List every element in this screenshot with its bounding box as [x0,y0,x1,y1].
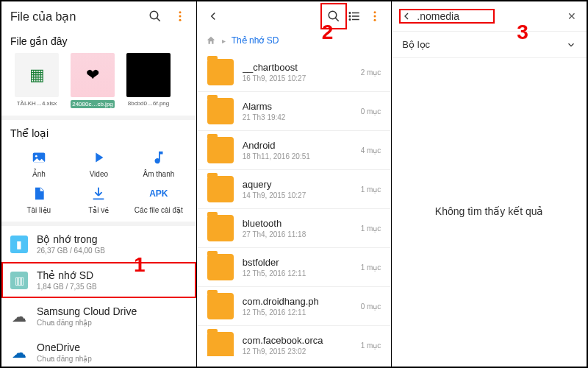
folder-row[interactable]: aquery14 Th9, 2015 10:271 mục [197,169,392,208]
folder-row[interactable]: com.droidhang.ph12 Th5, 2016 12:110 mục [197,286,392,325]
panel-search-results: .nomedia ✕ Bộ lọc Không tìm thấy kết quả… [392,1,587,367]
folder-icon [207,176,234,202]
storage-sub: Chưa đăng nhập [37,319,137,327]
folder-name: com.facebook.orca [243,335,356,346]
folder-icon [207,293,234,319]
folder-count: 2 mục [361,68,381,77]
category-label: Video [90,170,108,178]
search-icon[interactable] [148,9,162,24]
back-icon[interactable] [399,9,414,24]
storage-title: Thẻ nhớ SD [37,269,97,281]
svg-line-1 [157,18,160,21]
folder-name: Alarms [243,101,356,112]
folder-row[interactable]: Alarms21 Th3 19:420 mục [197,91,392,130]
storage-list: ▮ Bộ nhớ trong26,37 GB / 64,00 GB ▥ Thẻ … [1,226,196,367]
clear-icon[interactable]: ✕ [564,9,579,24]
category-documents[interactable]: Tài liệu [10,184,68,214]
category-label: Ảnh [32,170,46,178]
home-icon[interactable] [206,35,216,46]
folder-row[interactable]: Android18 Th11, 2016 20:514 mục [197,130,392,169]
recent-thumb[interactable]: ❤24080c…cb.jpg [66,53,119,108]
category-label: Tải về [88,206,109,214]
recent-thumb[interactable]: ▦TÀI-KH…4.xlsx [10,53,63,108]
folder-row[interactable]: __chartboost16 Th9, 2015 10:272 mục [197,53,392,91]
sdcard-icon: ▥ [10,272,28,289]
folder-count: 1 mục [361,342,381,350]
storage-sub: 26,37 GB / 64,00 GB [37,247,105,255]
folder-count: 0 mục [361,302,381,311]
category-images[interactable]: Ảnh [10,148,68,178]
folder-date: 18 Th11, 2016 20:51 [243,152,356,160]
folder-date: 27 Th4, 2016 11:18 [243,230,356,238]
folder-row[interactable]: com.facebook.orca12 Th9, 2015 23:021 mục [197,325,392,356]
search-input[interactable]: .nomedia [414,9,495,24]
folder-date: 12 Th5, 2016 12:11 [243,269,356,277]
category-label: Tài liệu [26,206,51,214]
storage-internal[interactable]: ▮ Bộ nhớ trong26,37 GB / 64,00 GB [1,226,196,262]
filter-label: Bộ lọc [402,39,430,50]
svg-point-4 [179,19,181,21]
folder-count: 0 mục [361,107,381,116]
svg-point-13 [350,15,351,17]
folder-date: 12 Th5, 2016 12:11 [243,308,356,316]
category-downloads[interactable]: Tải về [71,184,128,214]
storage-sub: Chưa đăng nhập [37,355,92,363]
category-apk[interactable]: APKCác file cài đặt [130,184,187,214]
more-icon[interactable] [365,6,385,26]
thumb-caption: TÀI-KH…4.xlsx [17,100,57,107]
apk-icon: APK [149,184,168,203]
page-title: File của bạn [10,10,137,24]
more-icon[interactable] [173,9,187,24]
folder-name: aquery [243,179,356,190]
breadcrumb-current[interactable]: Thẻ nhớ SD [232,35,279,46]
filter-row[interactable]: Bộ lọc [392,31,587,58]
storage-title: OneDrive [37,342,92,353]
cloud-icon: ☁ [10,308,28,325]
video-icon [89,148,108,167]
search-icon[interactable] [323,6,344,26]
storage-sdcard[interactable]: ▥ Thẻ nhớ SD1,84 GB / 7,35 GB [1,262,196,298]
chevron-right-icon: ▸ [222,37,226,45]
folder-count: 1 mục [361,224,381,233]
document-icon [29,184,49,203]
thumb-caption: 8bcbd0…6f.png [128,100,170,107]
folder-date: 21 Th3 19:42 [243,113,356,121]
svg-point-3 [179,15,181,18]
image-icon [29,148,49,167]
folder-count: 1 mục [361,263,381,272]
folder-name: com.droidhang.ph [243,296,356,307]
list-view-icon[interactable] [344,6,365,26]
folder-list[interactable]: __chartboost16 Th9, 2015 10:272 mụcAlarm… [197,53,392,356]
folder-date: 16 Th9, 2015 10:27 [243,74,356,82]
recent-files-row: ▦TÀI-KH…4.xlsx ❤24080c…cb.jpg 8bcbd0…6f.… [1,53,196,116]
folder-name: __chartboost [243,62,356,73]
category-label: Âm thanh [143,170,174,178]
panel-folder-browser: ▸ Thẻ nhớ SD __chartboost16 Th9, 2015 10… [197,1,392,367]
panel-your-files: File của bạn File gần đây ▦TÀI-KH…4.xlsx… [1,1,197,367]
folder-name: bstfolder [243,257,356,268]
recent-thumb[interactable]: 8bcbd0…6f.png [122,53,175,108]
folder-icon [207,137,234,163]
back-icon[interactable] [203,6,223,26]
folder-row[interactable]: bstfolder12 Th5, 2016 12:111 mục [197,247,392,286]
folder-icon [207,59,234,85]
audio-icon [149,148,168,167]
folder-count: 1 mục [361,185,381,194]
category-audio[interactable]: Âm thanh [130,148,187,178]
onedrive-icon: ☁ [10,344,28,361]
chevron-down-icon [566,40,576,50]
folder-icon [207,98,234,124]
svg-point-14 [350,19,351,21]
category-video[interactable]: Video [71,148,128,178]
svg-point-16 [374,15,376,18]
folder-count: 4 mục [361,146,381,155]
no-results-text: Không tìm thấy kết quả [392,58,587,364]
svg-point-6 [35,155,37,158]
categories-title: Thể loại [10,127,187,142]
category-label: Các file cài đặt [135,206,183,214]
storage-onedrive[interactable]: ☁ OneDriveChưa đăng nhập [1,334,196,367]
folder-name: Android [243,140,356,151]
storage-samsung-cloud[interactable]: ☁ Samsung Cloud DriveChưa đăng nhập [1,298,196,334]
storage-sub: 1,84 GB / 7,35 GB [37,283,97,291]
folder-row[interactable]: bluetooth27 Th4, 2016 11:181 mục [197,208,392,247]
